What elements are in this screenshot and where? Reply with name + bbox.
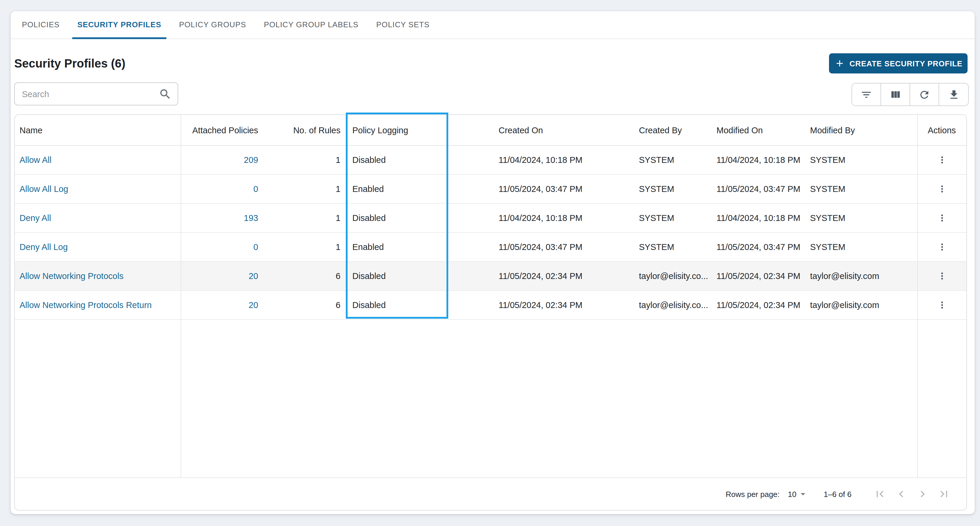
modified-by-cell: taylor@elisity.com (810, 300, 917, 310)
tab-policy-groups[interactable]: POLICY GROUPS (174, 11, 252, 39)
filter-icon (861, 89, 872, 100)
modified-by-cell: SYSTEM (810, 184, 917, 194)
rules-count-cell: 6 (265, 300, 347, 310)
policy-logging-cell: Enabled (347, 184, 499, 194)
pagination-range: 1–6 of 6 (824, 489, 851, 499)
table-row: Allow Networking Protocols Return 20 6 D… (15, 291, 966, 320)
column-header-logging[interactable]: Policy Logging (347, 125, 499, 135)
first-page-icon (873, 488, 886, 500)
column-header-created-on[interactable]: Created On (499, 125, 639, 135)
attached-policies-link[interactable]: 209 (244, 155, 258, 165)
tab-policy-sets[interactable]: POLICY SETS (371, 11, 435, 39)
rules-count-cell: 1 (265, 184, 347, 194)
search-input[interactable] (15, 89, 159, 99)
refresh-button[interactable] (910, 83, 939, 105)
row-actions-button[interactable] (934, 210, 950, 226)
created-on-cell: 11/05/2024, 02:34 PM (499, 300, 639, 310)
rows-per-page-select[interactable]: 10 (788, 489, 808, 499)
profile-name-link[interactable]: Allow Networking Protocols (19, 271, 124, 281)
search-icon[interactable] (159, 88, 172, 100)
modified-on-cell: 11/05/2024, 02:34 PM (716, 271, 810, 281)
modified-on-cell: 11/04/2024, 10:18 PM (716, 155, 810, 165)
chevron-left-icon (895, 488, 908, 500)
security-profiles-table: Name Attached Policies No. of Rules Poli… (14, 114, 967, 511)
download-button[interactable] (939, 83, 968, 105)
columns-button[interactable] (881, 83, 910, 105)
profile-name-link[interactable]: Deny All (19, 213, 51, 223)
policy-logging-cell: Disabled (347, 271, 499, 281)
table-toolbar (851, 83, 969, 106)
attached-policies-link[interactable]: 0 (253, 242, 258, 252)
main-panel: POLICIESSECURITY PROFILESPOLICY GROUPSPO… (11, 11, 975, 514)
modified-by-cell: taylor@elisity.com (810, 271, 917, 281)
table-row: Allow Networking Protocols 20 6 Disabled… (15, 262, 966, 291)
table-row: Deny All Log 0 1 Enabled 11/05/2024, 03:… (15, 233, 966, 262)
row-actions-button[interactable] (934, 152, 950, 167)
rules-count-cell: 1 (265, 155, 347, 165)
created-on-cell: 11/04/2024, 10:18 PM (499, 213, 639, 223)
row-actions-button[interactable] (934, 239, 950, 255)
tab-policy-group-labels[interactable]: POLICY GROUP LABELS (258, 11, 364, 39)
created-by-cell: SYSTEM (639, 155, 716, 165)
rules-count-cell: 1 (265, 242, 347, 252)
row-actions-button[interactable] (934, 268, 950, 284)
modified-by-cell: SYSTEM (810, 155, 917, 165)
more-vert-icon (937, 213, 947, 223)
profile-name-link[interactable]: Allow All Log (19, 184, 68, 194)
attached-policies-link[interactable]: 193 (244, 213, 258, 223)
created-by-cell: taylor@elisity.co... (639, 271, 716, 281)
rows-per-page-label: Rows per page: (725, 489, 780, 499)
table-header-row: Name Attached Policies No. of Rules Poli… (15, 115, 966, 146)
table-empty-area (15, 320, 966, 477)
column-header-name[interactable]: Name (15, 125, 181, 135)
tab-security-profiles[interactable]: SECURITY PROFILES (72, 11, 167, 39)
rules-count-cell: 6 (265, 271, 347, 281)
pagination-bar: Rows per page: 10 1–6 of 6 (15, 477, 966, 510)
column-header-rules[interactable]: No. of Rules (265, 125, 347, 135)
row-actions-button[interactable] (934, 181, 950, 197)
create-button-label: CREATE SECURITY PROFILE (850, 59, 963, 68)
attached-policies-link[interactable]: 20 (249, 300, 258, 310)
columns-icon (889, 89, 901, 100)
rows-per-page-value: 10 (788, 489, 796, 499)
filter-button[interactable] (852, 83, 881, 105)
more-vert-icon (937, 300, 947, 311)
created-by-cell: SYSTEM (639, 213, 716, 223)
create-security-profile-button[interactable]: CREATE SECURITY PROFILE (829, 53, 967, 73)
column-header-actions: Actions (917, 125, 966, 135)
policy-logging-cell: Disabled (347, 300, 499, 310)
column-header-attached[interactable]: Attached Policies (181, 125, 265, 135)
modified-by-cell: SYSTEM (810, 213, 917, 223)
profile-name-link[interactable]: Allow Networking Protocols Return (19, 300, 151, 310)
column-header-modified-by[interactable]: Modified By (810, 125, 917, 135)
last-page-icon (937, 488, 950, 500)
profile-name-link[interactable]: Deny All Log (19, 242, 68, 252)
plus-icon (834, 58, 845, 69)
more-vert-icon (937, 271, 947, 281)
page-title: Security Profiles (6) (14, 57, 126, 70)
created-by-cell: SYSTEM (639, 242, 716, 252)
column-header-modified-on[interactable]: Modified On (716, 125, 810, 135)
created-by-cell: taylor@elisity.co... (639, 300, 716, 310)
chevron-right-icon (916, 488, 929, 500)
created-on-cell: 11/05/2024, 02:34 PM (499, 271, 639, 281)
attached-policies-link[interactable]: 20 (249, 271, 258, 281)
row-actions-button[interactable] (934, 297, 950, 313)
attached-policies-link[interactable]: 0 (253, 184, 258, 194)
first-page-button[interactable] (873, 488, 886, 500)
last-page-button[interactable] (937, 488, 950, 500)
download-icon (948, 89, 959, 100)
table-row: Allow All Log 0 1 Enabled 11/05/2024, 03… (15, 175, 966, 204)
modified-on-cell: 11/05/2024, 02:34 PM (716, 300, 810, 310)
previous-page-button[interactable] (895, 488, 908, 500)
more-vert-icon (937, 155, 947, 165)
created-on-cell: 11/05/2024, 03:47 PM (499, 184, 639, 194)
policy-logging-cell: Disabled (347, 155, 499, 165)
column-header-created-by[interactable]: Created By (639, 125, 716, 135)
profile-name-link[interactable]: Allow All (19, 155, 51, 165)
tab-policies[interactable]: POLICIES (17, 11, 65, 39)
created-on-cell: 11/04/2024, 10:18 PM (499, 155, 639, 165)
next-page-button[interactable] (916, 488, 929, 500)
modified-by-cell: SYSTEM (810, 242, 917, 252)
more-vert-icon (937, 242, 947, 252)
